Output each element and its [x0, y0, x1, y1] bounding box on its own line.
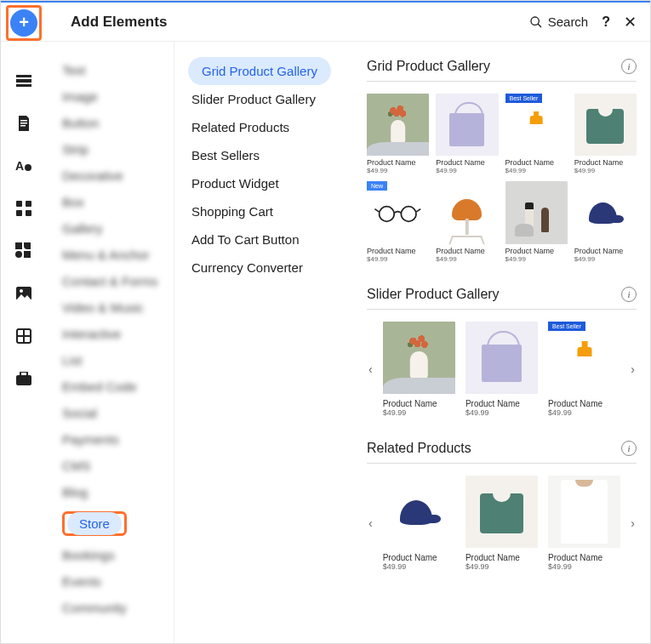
- rail-business-icon[interactable]: [15, 370, 32, 387]
- product-card[interactable]: Product Name$49.99: [367, 94, 429, 174]
- subcategory-item[interactable]: Shopping Cart: [188, 197, 353, 225]
- slider-next[interactable]: ›: [629, 362, 637, 376]
- related-next[interactable]: ›: [629, 516, 637, 530]
- product-price: $49.99: [574, 255, 637, 263]
- product-thumb: [505, 181, 568, 243]
- category-store[interactable]: Store: [62, 505, 170, 542]
- product-name: Product Name: [367, 158, 429, 167]
- product-badge: Best Seller: [505, 94, 543, 103]
- product-card[interactable]: Product Name$49.99: [574, 181, 637, 262]
- product-thumb: [574, 181, 637, 243]
- product-card[interactable]: Product Name$49.99: [465, 476, 538, 571]
- help-button[interactable]: ?: [602, 14, 610, 30]
- product-card[interactable]: Product Name$49.99: [465, 322, 538, 417]
- rail-design-icon[interactable]: A: [15, 157, 32, 174]
- subcategory-list: Grid Product GallerySlider Product Galle…: [174, 42, 353, 643]
- add-button[interactable]: +: [10, 9, 37, 37]
- section-header-grid: Grid Product Gallery i: [367, 59, 637, 82]
- rail-plugin-icon[interactable]: [15, 242, 32, 259]
- product-price: $49.99: [574, 167, 637, 174]
- svg-point-24: [380, 206, 395, 221]
- svg-rect-2: [16, 75, 31, 77]
- svg-rect-15: [24, 251, 31, 258]
- product-price: $49.99: [465, 562, 538, 571]
- category-item[interactable]: Gallery: [62, 215, 170, 242]
- related-prev[interactable]: ‹: [367, 516, 374, 530]
- category-item[interactable]: Video & Music: [62, 294, 170, 321]
- category-item[interactable]: Decorative: [62, 162, 170, 189]
- product-name: Product Name: [548, 399, 620, 408]
- category-item[interactable]: Menu & Anchor: [62, 242, 170, 268]
- slider-gallery[interactable]: ‹ Product Name$49.99Product Name$49.99Be…: [367, 322, 637, 417]
- category-item[interactable]: Payments: [62, 426, 170, 453]
- section-header-slider: Slider Product Gallery i: [367, 287, 637, 310]
- category-item[interactable]: Contact & Forms: [62, 268, 170, 294]
- subcategory-item[interactable]: Currency Converter: [188, 254, 353, 282]
- category-item[interactable]: CMS: [62, 453, 170, 479]
- product-card[interactable]: Product Name$49.99: [436, 94, 498, 174]
- svg-point-18: [20, 289, 23, 293]
- grid-gallery[interactable]: Product Name$49.99Product Name$49.99Best…: [367, 94, 637, 263]
- close-button[interactable]: ✕: [624, 13, 637, 31]
- product-card[interactable]: Product Name$49.99: [383, 322, 455, 417]
- rail-apps-icon[interactable]: [15, 200, 32, 217]
- category-item[interactable]: Button: [62, 110, 170, 136]
- section-header-related: Related Products i: [367, 441, 637, 464]
- subcategory-item[interactable]: Product Widget: [188, 169, 353, 197]
- category-item[interactable]: Embed Code: [62, 373, 170, 400]
- product-price: $49.99: [505, 255, 568, 263]
- rail-media-icon[interactable]: [15, 285, 32, 302]
- related-gallery[interactable]: ‹ Product Name$49.99Product Name$49.99Pr…: [367, 476, 637, 571]
- product-price: $49.99: [383, 562, 455, 571]
- category-item[interactable]: Social: [62, 400, 170, 426]
- product-card[interactable]: Product Name$49.99: [383, 476, 455, 571]
- search-icon: [529, 15, 543, 29]
- info-icon[interactable]: i: [621, 287, 637, 302]
- category-item[interactable]: Events: [62, 568, 170, 595]
- info-icon[interactable]: i: [621, 441, 637, 456]
- store-pill: Store: [67, 512, 122, 535]
- category-item[interactable]: Strip: [62, 136, 170, 162]
- category-item[interactable]: Box: [62, 189, 170, 215]
- product-thumb: [367, 94, 429, 156]
- svg-rect-6: [20, 123, 27, 124]
- svg-point-0: [531, 17, 539, 25]
- search-button[interactable]: Search: [529, 14, 589, 29]
- product-price: $49.99: [465, 408, 538, 417]
- category-item[interactable]: Interactive: [62, 321, 170, 347]
- product-card[interactable]: Product Name$49.99: [548, 476, 620, 571]
- info-icon[interactable]: i: [621, 59, 637, 74]
- product-thumb: [383, 322, 455, 394]
- subcategory-item[interactable]: Slider Product Gallery: [188, 85, 353, 113]
- slider-prev[interactable]: ‹: [367, 362, 374, 376]
- product-card[interactable]: Best SellerProduct Name$49.99: [548, 322, 620, 417]
- svg-rect-13: [26, 210, 31, 216]
- category-item[interactable]: Text: [62, 57, 170, 83]
- category-item[interactable]: List: [62, 347, 170, 373]
- product-name: Product Name: [505, 247, 568, 255]
- product-badge: New: [367, 181, 387, 191]
- search-label: Search: [548, 14, 589, 29]
- rail-page-icon[interactable]: [15, 115, 32, 132]
- product-card[interactable]: Product Name$49.99: [505, 181, 568, 262]
- category-item[interactable]: Community: [62, 595, 170, 621]
- left-rail: A: [1, 42, 47, 643]
- category-item[interactable]: Bookings: [62, 542, 170, 568]
- product-thumb: [383, 476, 455, 548]
- subcategory-item[interactable]: Best Sellers: [188, 141, 353, 169]
- subcategory-item[interactable]: Grid Product Gallery: [188, 57, 331, 85]
- product-thumb: [574, 94, 637, 156]
- product-card[interactable]: NewProduct Name$49.99: [367, 181, 429, 262]
- product-card[interactable]: Best SellerProduct Name$49.99: [505, 94, 568, 174]
- category-item[interactable]: Blog: [62, 479, 170, 505]
- product-name: Product Name: [574, 158, 637, 167]
- category-item[interactable]: Image: [62, 83, 170, 110]
- product-card[interactable]: Product Name$49.99: [436, 181, 498, 262]
- product-card[interactable]: Product Name$49.99: [574, 94, 637, 174]
- subcategory-item[interactable]: Related Products: [188, 113, 353, 141]
- subcategory-item[interactable]: Add To Cart Button: [188, 225, 353, 254]
- rail-section-icon[interactable]: [15, 72, 32, 89]
- product-name: Product Name: [548, 553, 620, 562]
- product-name: Product Name: [436, 247, 498, 255]
- rail-data-icon[interactable]: [15, 328, 32, 345]
